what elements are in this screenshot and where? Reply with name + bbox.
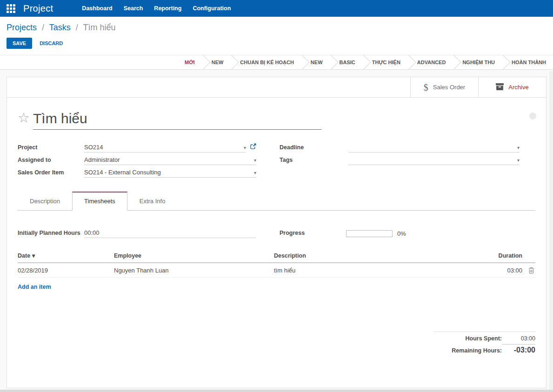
- stage-nghiem-thu[interactable]: NGHIỆM THU: [456, 60, 501, 65]
- horizontal-scrollbar[interactable]: [0, 390, 553, 392]
- column-header-description[interactable]: Description: [274, 252, 485, 259]
- chevron-separator-icon: [324, 55, 338, 69]
- add-item-row: Add an item: [18, 282, 535, 291]
- task-title-input[interactable]: Tìm hiểu: [33, 111, 321, 130]
- progress-bar: [346, 230, 393, 237]
- timesheet-totals: Hours Spent: 03:00 Remaining Hours: -03:…: [434, 332, 535, 354]
- sales-order-button[interactable]: $ Sales Order: [410, 77, 478, 97]
- timesheet-table: Date▾ Employee Description Duration 02/2…: [18, 252, 535, 291]
- stage-thuc-hien[interactable]: THỰC HIỆN: [366, 60, 406, 65]
- nav-menu: Dashboard Search Reporting Configuration: [76, 5, 236, 12]
- chevron-down-icon[interactable]: ▾: [517, 145, 520, 151]
- chevron-separator-icon: [196, 55, 210, 69]
- nav-configuration[interactable]: Configuration: [187, 5, 236, 12]
- sort-desc-icon: ▾: [32, 252, 35, 259]
- breadcrumb-projects[interactable]: Projects: [7, 23, 37, 32]
- remaining-hours-value: -03:00: [502, 344, 535, 354]
- nav-reporting[interactable]: Reporting: [148, 5, 187, 12]
- stage-statusbar: MỚI NEW CHUẨN BỊ KẾ HOẠCH NEW BASIC THỰC…: [0, 55, 553, 70]
- assigned-to-label: Assigned to: [18, 157, 84, 165]
- cell-duration[interactable]: 03:00: [485, 267, 522, 274]
- breadcrumb-tasks[interactable]: Tasks: [49, 23, 71, 32]
- fields-grid: Project SO214 ▾ Assigned to Administrato…: [18, 140, 535, 178]
- external-link-icon[interactable]: [250, 143, 256, 153]
- remaining-hours-row: Remaining Hours: -03:00: [434, 343, 535, 354]
- control-panel: Projects / Tasks / Tìm hiểu SAVE DISCARD: [0, 17, 553, 55]
- breadcrumb-current: Tìm hiểu: [83, 23, 115, 32]
- title-row: ☆ Tìm hiểu: [18, 111, 535, 130]
- stat-button-box: $ Sales Order Archive: [7, 77, 546, 98]
- breadcrumb-separator: /: [42, 23, 44, 32]
- column-header-duration[interactable]: Duration: [485, 252, 522, 259]
- discard-button[interactable]: DISCARD: [40, 40, 63, 46]
- delete-row-button[interactable]: [528, 267, 534, 274]
- field-project: Project SO214 ▾: [18, 140, 256, 153]
- stage-hoan-thanh[interactable]: HOÀN THÀNH: [506, 60, 552, 65]
- sales-order-item-input[interactable]: SO214 - External Consulting ▾: [84, 169, 256, 178]
- timesheet-row[interactable]: 02/28/2019 Nguyen Thanh Luan tìm hiểu 03…: [18, 263, 535, 278]
- form-sheet: ☆ Tìm hiểu Project SO214 ▾: [7, 98, 546, 354]
- fields-left-column: Project SO214 ▾ Assigned to Administrato…: [18, 140, 256, 178]
- tab-timesheets[interactable]: Timesheets: [72, 192, 127, 211]
- hours-spent-value: 03:00: [502, 335, 535, 342]
- breadcrumb: Projects / Tasks / Tìm hiểu: [7, 23, 546, 33]
- deadline-input[interactable]: ▾: [348, 144, 520, 153]
- apps-menu-button[interactable]: [6, 3, 16, 13]
- content-background: $ Sales Order Archive ☆ Tìm hiểu Project: [0, 70, 553, 391]
- tags-input[interactable]: ▾: [348, 156, 520, 165]
- archive-box-icon: [496, 83, 504, 92]
- stage-chuan-bi-ke-hoach[interactable]: CHUẨN BỊ KẾ HOẠCH: [234, 60, 300, 65]
- chevron-separator-icon: [225, 55, 239, 69]
- field-tags: Tags ▾: [280, 153, 520, 165]
- project-label: Project: [18, 144, 84, 153]
- archive-button[interactable]: Archive: [478, 77, 546, 97]
- nav-search[interactable]: Search: [118, 5, 149, 12]
- planned-hours-input[interactable]: 00:00: [84, 229, 256, 238]
- chevron-down-icon[interactable]: ▾: [254, 170, 256, 176]
- cell-date[interactable]: 02/28/2019: [18, 267, 114, 274]
- progress-widget: 0%: [346, 230, 520, 238]
- remaining-hours-label: Remaining Hours:: [452, 347, 502, 354]
- field-progress: Progress 0%: [280, 226, 520, 238]
- chevron-separator-icon: [496, 55, 510, 69]
- tab-description[interactable]: Description: [18, 192, 72, 211]
- field-deadline: Deadline ▾: [280, 140, 520, 153]
- favorite-star-icon[interactable]: ☆: [18, 111, 30, 125]
- hours-spent-label: Hours Spent:: [466, 335, 502, 342]
- column-header-employee[interactable]: Employee: [114, 252, 274, 259]
- kanban-state-dot-icon[interactable]: [529, 113, 536, 120]
- apps-grid-icon: [7, 4, 15, 13]
- chevron-down-icon[interactable]: ▾: [244, 145, 246, 151]
- cell-description[interactable]: tìm hiểu: [274, 267, 485, 274]
- chevron-down-icon[interactable]: ▾: [254, 158, 256, 163]
- chevron-separator-icon: [295, 55, 309, 69]
- progress-label: Progress: [280, 230, 346, 238]
- app-name[interactable]: Project: [23, 3, 53, 14]
- task-form-card: $ Sales Order Archive ☆ Tìm hiểu Project: [7, 77, 546, 388]
- chevron-separator-icon: [447, 55, 461, 69]
- add-an-item-link[interactable]: Add an item: [18, 284, 51, 290]
- cell-employee[interactable]: Nguyen Thanh Luan: [114, 267, 274, 274]
- fields-right-column: Deadline ▾ Tags ▾: [280, 140, 520, 178]
- stage-advanced[interactable]: ADVANCED: [411, 60, 452, 65]
- planned-progress-row: Initially Planned Hours 00:00 Progress 0…: [18, 226, 535, 238]
- save-button[interactable]: SAVE: [7, 38, 32, 49]
- vertical-scrollbar[interactable]: [549, 71, 553, 390]
- chevron-down-icon[interactable]: ▾: [517, 158, 520, 163]
- notebook-tabs: Description Timesheets Extra Info: [18, 192, 535, 211]
- breadcrumb-separator: /: [76, 23, 78, 32]
- control-panel-buttons: SAVE DISCARD: [7, 38, 546, 49]
- timesheet-header-row: Date▾ Employee Description Duration: [18, 252, 535, 263]
- top-navbar: Project Dashboard Search Reporting Confi…: [0, 0, 553, 17]
- chevron-separator-icon: [401, 55, 416, 69]
- nav-dashboard[interactable]: Dashboard: [76, 5, 118, 12]
- column-header-date[interactable]: Date▾: [18, 252, 114, 259]
- trash-icon: [528, 267, 534, 274]
- tags-label: Tags: [280, 157, 348, 165]
- field-assigned-to: Assigned to Administrator ▾: [18, 153, 256, 165]
- planned-hours-label: Initially Planned Hours: [18, 230, 84, 238]
- project-input[interactable]: SO214 ▾: [84, 144, 246, 153]
- deadline-label: Deadline: [280, 144, 348, 153]
- assigned-to-input[interactable]: Administrator ▾: [84, 156, 256, 165]
- tab-extra-info[interactable]: Extra Info: [127, 192, 178, 211]
